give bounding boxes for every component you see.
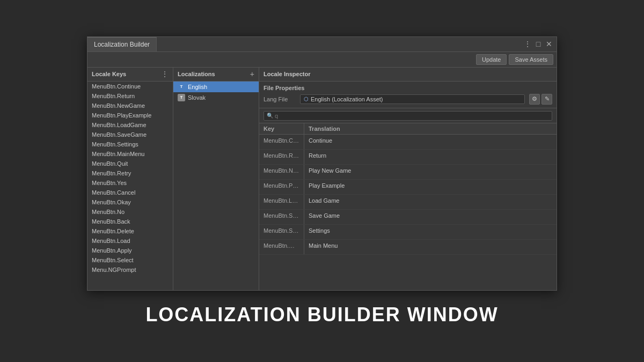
file-properties: File Properties Lang File ⬡ English (Loc… — [259, 82, 557, 108]
translation-cell: Play New Game — [304, 165, 557, 179]
list-item[interactable]: MenuBtn.Back — [87, 217, 173, 226]
table-row[interactable]: MenuBtn.ReturnReturn — [259, 150, 557, 165]
file-prop-actions: ⚙ ✎ — [529, 94, 552, 105]
lang-file-text: English (Localization Asset) — [311, 96, 383, 102]
list-item[interactable]: MenuBtn.Return — [87, 91, 173, 101]
close-button[interactable]: ✕ — [545, 40, 553, 48]
list-item[interactable]: MenuBtn.Yes — [87, 178, 173, 188]
localization-item[interactable]: TEnglish — [173, 82, 259, 92]
update-button[interactable]: Update — [476, 54, 507, 65]
lang-file-label: Lang File — [264, 96, 296, 102]
translation-column-header: Translation — [304, 123, 557, 134]
table-row[interactable]: MenuBtn.SaveGa...Save Game — [259, 210, 557, 225]
key-column-header: Key — [259, 123, 304, 134]
title-bar: Localization Builder ⋮ □ ✕ — [87, 37, 557, 52]
translation-cell: Play Example — [304, 180, 557, 194]
bottom-title: LOCALIZATION BUILDER WINDOW — [145, 304, 498, 326]
key-cell: MenuBtn.NewGa... — [259, 165, 304, 179]
search-bar: 🔍 — [259, 108, 557, 123]
locale-keys-label: Locale Keys — [92, 71, 126, 77]
outer-wrapper: Localization Builder ⋮ □ ✕ Update Save A… — [0, 36, 644, 326]
list-item[interactable]: MenuBtn.NewGame — [87, 101, 173, 110]
table-row[interactable]: MenuBtn.NewGa...Play New Game — [259, 165, 557, 180]
maximize-button[interactable]: □ — [534, 40, 543, 48]
localization-label: English — [188, 84, 207, 90]
locale-keys-list: MenuBtn.ContinueMenuBtn.ReturnMenuBtn.Ne… — [87, 82, 173, 290]
localization-item[interactable]: TSlovak — [173, 92, 259, 103]
key-cell: MenuBtn.Continue — [259, 135, 304, 149]
localization-label: Slovak — [188, 94, 206, 101]
translation-cell: Settings — [304, 225, 557, 239]
key-cell: MenuBtn.LoadGa... — [259, 195, 304, 209]
key-cell: MenuBtn.MainMe... — [259, 240, 304, 254]
lang-file-row: Lang File ⬡ English (Localization Asset)… — [264, 94, 552, 105]
key-cell: MenuBtn.Return — [259, 150, 304, 164]
main-content: Locale Keys ⋮ MenuBtn.ContinueMenuBtn.Re… — [87, 68, 557, 290]
table-row[interactable]: MenuBtn.PlayExa...Play Example — [259, 180, 557, 195]
file-properties-title: File Properties — [264, 85, 552, 91]
translation-table: Key Translation MenuBtn.ContinueContinue… — [259, 123, 557, 290]
lang-file-value: ⬡ English (Localization Asset) — [300, 94, 525, 104]
save-assets-button[interactable]: Save Assets — [509, 54, 553, 65]
list-item[interactable]: MenuBtn.Delete — [87, 226, 173, 236]
translation-cell: Save Game — [304, 210, 557, 224]
localization-icon: T — [178, 83, 185, 91]
list-item[interactable]: MenuBtn.SaveGame — [87, 130, 173, 139]
list-item[interactable]: MenuBtn.No — [87, 207, 173, 217]
search-icon: 🔍 — [267, 113, 273, 119]
list-item[interactable]: MenuBtn.PlayExample — [87, 110, 173, 120]
list-item[interactable]: MenuBtn.MainMenu — [87, 149, 173, 159]
more-button[interactable]: ⋮ — [523, 40, 532, 48]
table-body: MenuBtn.ContinueContinueMenuBtn.ReturnRe… — [259, 135, 557, 290]
inspector-panel: Locale Inspector File Properties Lang Fi… — [259, 68, 557, 290]
localizations-header: Localizations + — [173, 68, 259, 82]
key-cell: MenuBtn.PlayExa... — [259, 180, 304, 194]
localizations-label: Localizations — [178, 71, 215, 77]
list-item[interactable]: Menu.NGPrompt — [87, 265, 173, 275]
key-cell: MenuBtn.Settings — [259, 225, 304, 239]
title-bar-controls: ⋮ □ ✕ — [523, 37, 557, 51]
search-wrapper: 🔍 — [264, 110, 552, 121]
locale-keys-options-icon[interactable]: ⋮ — [161, 70, 169, 78]
search-input[interactable] — [264, 111, 552, 121]
translation-cell: Return — [304, 150, 557, 164]
table-header: Key Translation — [259, 123, 557, 135]
add-localization-icon[interactable]: + — [250, 70, 254, 78]
asset-icon: ⬡ — [304, 96, 309, 102]
translation-cell: Continue — [304, 135, 557, 149]
table-row[interactable]: MenuBtn.LoadGa...Load Game — [259, 195, 557, 210]
translation-cell: Main Menu — [304, 240, 557, 254]
inspector-label: Locale Inspector — [264, 71, 310, 77]
locale-keys-panel: Locale Keys ⋮ MenuBtn.ContinueMenuBtn.Re… — [87, 68, 173, 290]
title-tab[interactable]: Localization Builder — [87, 37, 157, 51]
key-cell: MenuBtn.SaveGa... — [259, 210, 304, 224]
list-item[interactable]: MenuBtn.Apply — [87, 246, 173, 255]
list-item[interactable]: MenuBtn.Continue — [87, 82, 173, 91]
list-item[interactable]: MenuBtn.LoadGame — [87, 120, 173, 130]
localizations-panel: Localizations + TEnglishTSlovak — [173, 68, 259, 290]
list-item[interactable]: MenuBtn.Okay — [87, 197, 173, 207]
list-item[interactable]: MenuBtn.Select — [87, 255, 173, 265]
toolbar: Update Save Assets — [87, 52, 557, 68]
translation-cell: Load Game — [304, 195, 557, 209]
edit-icon-btn[interactable]: ✎ — [541, 94, 552, 105]
table-row[interactable]: MenuBtn.MainMe...Main Menu — [259, 240, 557, 255]
list-item[interactable]: MenuBtn.Load — [87, 236, 173, 246]
list-item[interactable]: MenuBtn.Settings — [87, 139, 173, 149]
list-item[interactable]: MenuBtn.Cancel — [87, 188, 173, 197]
table-row[interactable]: MenuBtn.ContinueContinue — [259, 135, 557, 150]
localization-icon: T — [178, 94, 185, 101]
settings-icon-btn[interactable]: ⚙ — [529, 94, 540, 105]
table-row[interactable]: MenuBtn.SettingsSettings — [259, 225, 557, 240]
inspector-header: Locale Inspector — [259, 68, 557, 82]
window-title: Localization Builder — [94, 41, 150, 48]
list-item[interactable]: MenuBtn.Retry — [87, 168, 173, 178]
list-item[interactable]: MenuBtn.Quit — [87, 159, 173, 168]
window: Localization Builder ⋮ □ ✕ Update Save A… — [87, 36, 557, 291]
locale-keys-header: Locale Keys ⋮ — [87, 68, 173, 82]
localizations-list: TEnglishTSlovak — [173, 82, 259, 290]
